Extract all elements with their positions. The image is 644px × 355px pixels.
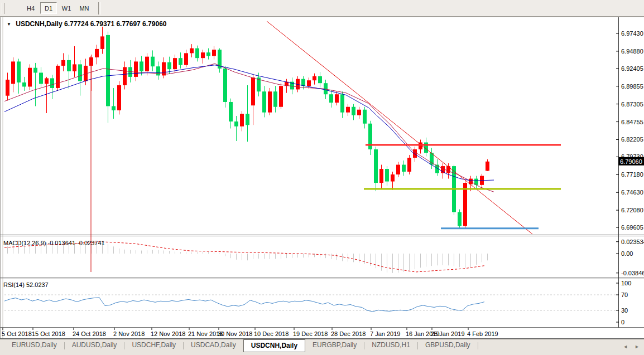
date-axis-label: 10 Dec 2018 [254, 330, 289, 337]
symbol-tab-bar: EURUSD,DailyAUDUSD,DailyUSDCHF,DailyUSDC… [0, 339, 644, 355]
candlestick [173, 58, 177, 69]
symbol-tabs: EURUSD,DailyAUDUSD,DailyUSDCHF,DailyUSDC… [4, 339, 478, 352]
tab-gbpusd[interactable]: GBPUSD,Daily [418, 339, 478, 352]
date-axis-label: 24 Oct 2018 [73, 330, 106, 337]
candlestick [329, 94, 333, 103]
candlestick [379, 169, 383, 183]
candlestick [407, 158, 411, 172]
candlestick [100, 36, 104, 49]
tab-nzdusd[interactable]: NZDUSD,H1 [364, 339, 417, 352]
price-axis-label: 6.87305 [621, 101, 643, 108]
candlestick [151, 57, 155, 67]
candlestick [229, 102, 233, 121]
candlestick [396, 165, 400, 175]
rsi-value: 52.0237 [26, 281, 49, 288]
candlestick [50, 78, 54, 88]
candlestick [446, 166, 450, 173]
candlestick [335, 94, 339, 103]
macd-axis-label: -0.038466 [621, 270, 644, 276]
candlestick [6, 80, 9, 96]
tab-scroll-right-icon[interactable]: ► [635, 344, 640, 349]
tab-audusd[interactable]: AUDUSD,Daily [65, 339, 124, 352]
date-axis-label: 25 Jan 2019 [431, 330, 465, 337]
rsi-label: RSI(14) 52.0237 [3, 281, 49, 288]
tab-usdchf[interactable]: USDCHF,Daily [124, 339, 183, 352]
candlestick [11, 61, 15, 84]
candlestick [318, 76, 322, 84]
date-axis-label: 19 Dec 2018 [293, 330, 328, 337]
candlestick [95, 49, 99, 57]
chart-title: ▼ USDCNH,Daily 6.77724 6.79371 6.77697 6… [7, 20, 166, 28]
candlestick [240, 114, 244, 127]
candlestick [385, 169, 389, 182]
candlestick [167, 62, 171, 70]
candlestick [441, 166, 445, 173]
tab-usdcad[interactable]: USDCAD,Daily [184, 339, 243, 352]
candlestick [313, 76, 316, 81]
candlestick [262, 91, 266, 113]
mt4-window: H4D1W1MN 6.974306.948806.924056.898556.8… [0, 0, 644, 355]
candlestick [179, 58, 182, 65]
chart-canvas[interactable]: 6.974306.948806.924056.898556.873056.847… [0, 0, 644, 355]
candlestick [340, 94, 344, 113]
candlestick [61, 60, 65, 66]
macd-axis-label: 0.00 [621, 250, 633, 257]
date-axis-label: 7 Jan 2019 [370, 330, 400, 337]
candlestick [73, 64, 76, 71]
price-axis-label: 6.92405 [621, 65, 643, 72]
price-axis-label: 6.89855 [621, 83, 643, 90]
candlestick [279, 86, 283, 107]
tab-eurgbp[interactable]: EURGBP,Daily [305, 339, 364, 352]
candlestick [156, 66, 160, 75]
rsi-axis-label: 30 [621, 307, 628, 314]
candlestick [391, 174, 395, 182]
candlestick [486, 162, 489, 171]
price-axis-label: 6.97430 [621, 30, 643, 37]
date-axis-label: 12 Nov 2018 [151, 330, 185, 337]
price-axis-label: 6.82205 [621, 136, 643, 143]
candlestick [140, 61, 143, 71]
rsi-axis-label: 100 [621, 280, 631, 286]
chart-dropdown-icon[interactable]: ▼ [7, 22, 11, 27]
date-axis-label: 2 Nov 2018 [113, 330, 145, 337]
tab-separator [478, 342, 478, 349]
candlestick [134, 61, 138, 77]
rsi-axis-label: 70 [621, 291, 628, 298]
candlestick [117, 85, 121, 110]
candlestick [402, 165, 406, 172]
tab-scroll-arrows: ◄ ► [623, 344, 640, 349]
rsi-axis-label: 0 [621, 319, 624, 325]
price-axis-label: 6.69605 [621, 224, 643, 231]
tab-scroll-left-icon[interactable]: ◄ [623, 344, 628, 349]
macd-values: -0.013641 -0.023741 [47, 240, 104, 246]
candlestick [346, 107, 350, 113]
candlestick [162, 62, 166, 76]
candlestick [223, 69, 227, 102]
tab-usdcnh[interactable]: USDCNH,Daily [243, 339, 305, 352]
current-price-value: 6.79060 [620, 158, 642, 165]
candlestick [184, 53, 188, 65]
candlestick [195, 48, 199, 59]
candlestick [123, 67, 127, 85]
candlestick [112, 106, 116, 110]
date-axis-label: 28 Dec 2018 [331, 330, 366, 337]
candlestick [145, 57, 149, 71]
candlestick [363, 110, 367, 124]
candlestick [106, 35, 110, 106]
candlestick [301, 79, 305, 86]
candlestick [234, 121, 238, 127]
candlestick [39, 72, 43, 84]
candlestick [212, 50, 216, 56]
candlestick [458, 212, 462, 226]
tab-eurusd[interactable]: EURUSD,Daily [4, 339, 64, 352]
candlestick [78, 64, 82, 81]
price-axis-label: 6.72080 [621, 207, 643, 213]
candlestick [56, 66, 60, 88]
candlestick [17, 61, 21, 82]
candlestick [206, 52, 210, 56]
macd-axis-label: 0.023534 [621, 239, 644, 245]
candlestick [246, 114, 249, 125]
candlestick [374, 149, 378, 183]
candlestick [251, 77, 255, 105]
candlestick [33, 68, 37, 73]
